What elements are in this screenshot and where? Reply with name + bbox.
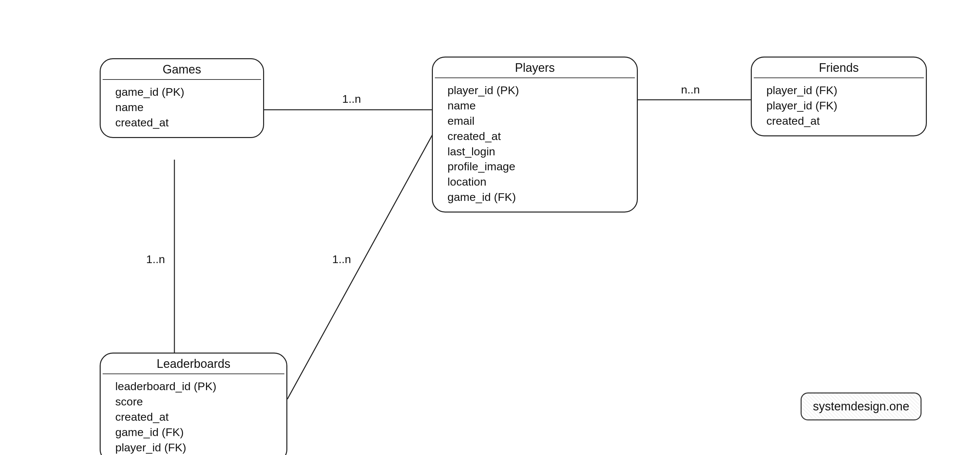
field: last_login <box>447 144 625 159</box>
er-diagram-canvas: Games game_id (PK) name created_at Playe… <box>0 0 980 455</box>
entity-players-fields: player_id (PK) name email created_at las… <box>433 78 637 212</box>
field: location <box>447 174 625 190</box>
rel-games-players: 1..n <box>342 93 361 105</box>
field: created_at <box>115 115 252 130</box>
entity-friends-title: Friends <box>754 57 924 78</box>
field: player_id (FK) <box>115 440 275 455</box>
field: player_id (FK) <box>767 98 915 113</box>
field: player_id (PK) <box>447 83 625 98</box>
watermark-badge: systemdesign.one <box>800 393 921 420</box>
entity-friends: Friends player_id (FK) player_id (FK) cr… <box>751 57 927 136</box>
field: leaderboard_id (PK) <box>115 379 275 394</box>
field: created_at <box>115 409 275 425</box>
field: name <box>115 100 252 115</box>
entity-friends-fields: player_id (FK) player_id (FK) created_at <box>752 78 926 136</box>
field: profile_image <box>447 159 625 174</box>
entity-games: Games game_id (PK) name created_at <box>100 58 264 138</box>
rel-players-friends: n..n <box>681 83 700 96</box>
rel-players-leaderboards: 1..n <box>332 253 351 266</box>
entity-games-title: Games <box>103 59 261 80</box>
entity-players-title: Players <box>435 57 635 78</box>
watermark-text: systemdesign.one <box>813 399 909 413</box>
entity-games-fields: game_id (PK) name created_at <box>101 80 263 137</box>
field: game_id (FK) <box>447 190 625 205</box>
svg-line-3 <box>287 130 435 399</box>
field: game_id (PK) <box>115 85 252 100</box>
field: score <box>115 394 275 409</box>
field: player_id (FK) <box>767 83 915 98</box>
field: created_at <box>447 129 625 144</box>
rel-games-leaderboards: 1..n <box>146 253 165 266</box>
field: email <box>447 113 625 129</box>
entity-leaderboards: Leaderboards leaderboard_id (PK) score c… <box>100 353 287 455</box>
entity-leaderboards-title: Leaderboards <box>103 354 284 374</box>
field: game_id (FK) <box>115 425 275 440</box>
entity-players: Players player_id (PK) name email create… <box>432 57 638 212</box>
entity-leaderboards-fields: leaderboard_id (PK) score created_at gam… <box>101 374 286 455</box>
field: name <box>447 98 625 113</box>
field: created_at <box>767 113 915 129</box>
